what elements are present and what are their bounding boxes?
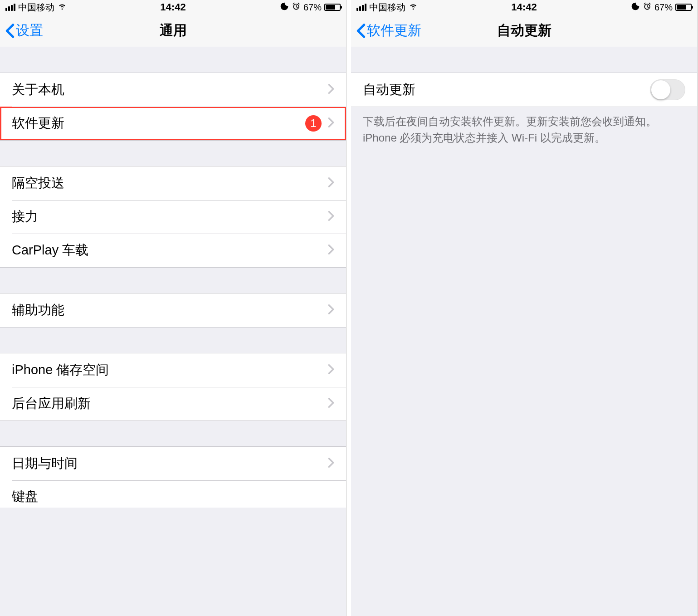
wifi-icon [57,1,67,14]
page-title: 自动更新 [497,21,552,40]
section-spacer [351,47,697,73]
row-label: 日期与时间 [12,455,78,473]
row-airdrop[interactable]: 隔空投送 [0,166,346,200]
signal-icon [356,4,366,11]
section-spacer [0,421,346,446]
status-time: 14:42 [511,1,537,13]
section-spacer [0,328,346,353]
battery-percent: 67% [654,2,673,13]
do-not-disturb-icon [631,2,640,13]
list-group: iPhone 储存空间 后台应用刷新 [0,353,346,421]
row-auto-update-toggle[interactable]: 自动更新 [351,73,697,107]
row-label: 关于本机 [12,81,64,99]
back-button[interactable]: 软件更新 [356,21,421,40]
row-label: CarPlay 车载 [12,241,88,259]
row-storage[interactable]: iPhone 储存空间 [0,353,346,387]
row-label: 键盘 [12,488,38,506]
row-label: 后台应用刷新 [12,395,91,413]
back-label: 设置 [16,21,43,40]
row-software-update[interactable]: 软件更新 1 [0,107,346,140]
row-label: 软件更新 [12,114,64,132]
chevron-right-icon [328,83,334,96]
chevron-right-icon [328,457,334,470]
chevron-right-icon [328,397,334,410]
status-bar: 中国移动 14:42 67% [0,0,346,15]
list-group: 自动更新 [351,73,697,107]
signal-icon [5,4,15,11]
row-label: 自动更新 [363,81,415,99]
row-carplay[interactable]: CarPlay 车载 [0,234,346,267]
row-date-time[interactable]: 日期与时间 [0,447,346,480]
row-label: 接力 [12,208,38,226]
nav-bar: 软件更新 自动更新 [351,15,697,47]
phone-left: 中国移动 14:42 67% 设置 通用 关于本机 [0,0,347,616]
row-handoff[interactable]: 接力 [0,200,346,234]
section-spacer [0,268,346,293]
battery-percent: 67% [303,2,322,13]
chevron-right-icon [328,364,334,376]
auto-update-toggle[interactable] [650,79,685,100]
battery-icon [675,4,692,11]
page-title: 通用 [160,21,187,40]
chevron-right-icon [328,244,334,257]
alarm-icon [292,2,301,13]
back-button[interactable]: 设置 [5,21,43,40]
section-spacer [0,141,346,166]
status-time: 14:42 [160,1,185,13]
row-label: 辅助功能 [12,301,64,319]
chevron-right-icon [328,304,334,317]
list-group: 关于本机 软件更新 1 [0,73,346,141]
carrier-label: 中国移动 [18,1,54,14]
row-label: 隔空投送 [12,174,64,192]
list-group: 日期与时间 键盘 [0,446,346,508]
notification-badge: 1 [305,115,322,132]
chevron-right-icon [328,117,334,130]
footer-description: 下载后在夜间自动安装软件更新。更新安装前您会收到通知。iPhone 必须为充电状… [351,107,697,152]
do-not-disturb-icon [280,2,289,13]
row-accessibility[interactable]: 辅助功能 [0,293,346,327]
battery-icon [324,4,341,11]
list-group: 隔空投送 接力 CarPlay 车载 [0,166,346,268]
section-spacer [0,47,346,73]
row-about[interactable]: 关于本机 [0,73,346,107]
status-bar: 中国移动 14:42 67% [351,0,697,15]
wifi-icon [408,1,418,14]
chevron-right-icon [328,210,334,223]
row-label: iPhone 储存空间 [12,361,109,379]
list-group: 辅助功能 [0,293,346,328]
nav-bar: 设置 通用 [0,15,346,47]
chevron-right-icon [328,177,334,190]
row-background-refresh[interactable]: 后台应用刷新 [0,387,346,420]
phone-right: 中国移动 14:42 67% 软件更新 自动更新 自动更新 [351,0,698,616]
carrier-label: 中国移动 [369,1,405,14]
back-label: 软件更新 [367,21,421,40]
alarm-icon [643,2,652,13]
row-keyboard[interactable]: 键盘 [0,480,346,508]
